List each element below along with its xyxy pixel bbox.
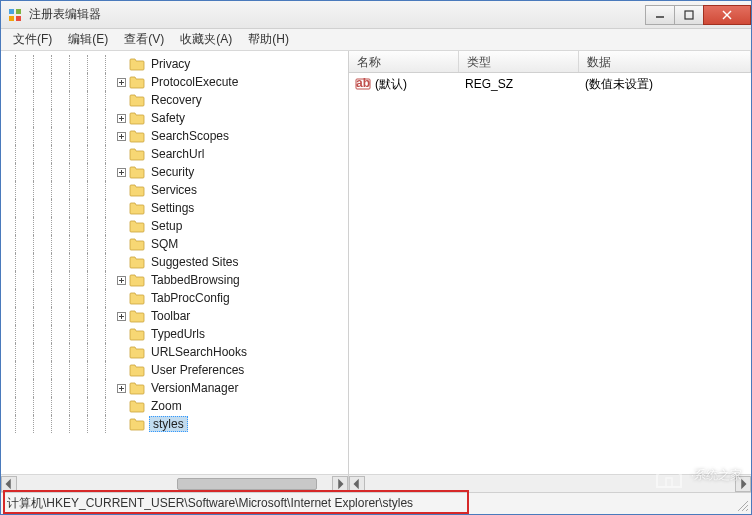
tree-connector [115,184,127,196]
folder-icon [129,237,145,251]
watermark-icon [653,461,685,489]
tree-item[interactable]: User Preferences [1,361,348,379]
svg-marker-34 [741,478,746,489]
tree-item[interactable]: TabProcConfig [1,289,348,307]
folder-icon [129,363,145,377]
tree-item[interactable]: SearchScopes [1,127,348,145]
folder-icon [129,291,145,305]
svg-rect-38 [666,478,672,487]
folder-icon [129,165,145,179]
tree-h-scrollbar[interactable] [1,474,348,492]
tree-connector [115,238,127,250]
folder-icon [129,219,145,233]
scroll-right-button[interactable] [332,476,348,492]
expand-icon[interactable] [115,166,127,178]
expand-icon[interactable] [115,76,127,88]
tree-item[interactable]: Recovery [1,91,348,109]
folder-icon [129,255,145,269]
tree-item-label: Safety [149,111,187,125]
folder-icon [129,201,145,215]
tree-item[interactable]: ProtocolExecute [1,73,348,91]
tree-item-label: Security [149,165,196,179]
tree-item-label: ProtocolExecute [149,75,240,89]
menu-favorites[interactable]: 收藏夹(A) [172,29,240,50]
value-name: (默认) [375,76,465,93]
tree-item-label: Setup [149,219,184,233]
expand-icon[interactable] [115,310,127,322]
tree-item-label: Settings [149,201,196,215]
tree-item[interactable]: TypedUrls [1,325,348,343]
menu-edit[interactable]: 编辑(E) [60,29,116,50]
tree-connector [115,148,127,160]
tree-connector [115,418,127,430]
titlebar[interactable]: 注册表编辑器 [1,1,751,29]
tree-item[interactable]: TabbedBrowsing [1,271,348,289]
resize-grip[interactable] [735,498,749,512]
tree-item-label: Recovery [149,93,204,107]
scroll-track[interactable] [17,476,332,492]
tree-item[interactable]: Services [1,181,348,199]
col-name[interactable]: 名称 [349,51,459,72]
svg-line-37 [746,509,748,511]
tree-connector [115,256,127,268]
tree-item[interactable]: VersionManager [1,379,348,397]
tree-item-label: SearchScopes [149,129,231,143]
content-area: PrivacyProtocolExecuteRecoverySafetySear… [1,51,751,492]
col-data[interactable]: 数据 [579,51,751,72]
values-body[interactable]: ab (默认) REG_SZ (数值未设置) [349,73,751,474]
menubar: 文件(F) 编辑(E) 查看(V) 收藏夹(A) 帮助(H) [1,29,751,51]
tree-item-label: Privacy [149,57,192,71]
tree-item[interactable]: Toolbar [1,307,348,325]
tree-item[interactable]: URLSearchHooks [1,343,348,361]
folder-icon [129,327,145,341]
menu-view[interactable]: 查看(V) [116,29,172,50]
menu-help[interactable]: 帮助(H) [240,29,297,50]
value-type: REG_SZ [465,77,585,91]
expand-icon[interactable] [115,382,127,394]
tree-connector [115,400,127,412]
tree-item[interactable]: Security [1,163,348,181]
tree-connector [115,94,127,106]
values-header: 名称 类型 数据 [349,51,751,73]
maximize-button[interactable] [674,5,704,25]
tree-item[interactable]: Zoom [1,397,348,415]
menu-file[interactable]: 文件(F) [5,29,60,50]
folder-icon [129,111,145,125]
tree-item-label: VersionManager [149,381,240,395]
close-button[interactable] [703,5,751,25]
folder-icon [129,345,145,359]
tree-item-label: TabProcConfig [149,291,232,305]
tree-connector [115,220,127,232]
list-item[interactable]: ab (默认) REG_SZ (数值未设置) [355,75,745,93]
tree-item[interactable]: SQM [1,235,348,253]
folder-icon [129,417,145,431]
values-panel: 名称 类型 数据 ab (默认) REG_SZ (数值未设置) [349,51,751,492]
scroll-thumb[interactable] [177,478,317,490]
svg-rect-3 [16,16,21,21]
folder-icon [129,183,145,197]
folder-icon [129,381,145,395]
tree-item[interactable]: Setup [1,217,348,235]
tree-item[interactable]: styles [1,415,348,433]
tree-connector [115,58,127,70]
scroll-left-button[interactable] [349,476,365,492]
tree-item-label: Suggested Sites [149,255,240,269]
tree-item[interactable]: SearchUrl [1,145,348,163]
tree-item[interactable]: Safety [1,109,348,127]
minimize-button[interactable] [645,5,675,25]
col-type[interactable]: 类型 [459,51,579,72]
registry-editor-window: 注册表编辑器 文件(F) 编辑(E) 查看(V) 收藏夹(A) 帮助(H) Pr… [0,0,752,515]
tree-item[interactable]: Privacy [1,55,348,73]
folder-icon [129,399,145,413]
tree-panel: PrivacyProtocolExecuteRecoverySafetySear… [1,51,349,492]
expand-icon[interactable] [115,274,127,286]
scroll-left-button[interactable] [1,476,17,492]
tree-item[interactable]: Settings [1,199,348,217]
tree-body[interactable]: PrivacyProtocolExecuteRecoverySafetySear… [1,51,348,474]
folder-icon [129,273,145,287]
expand-icon[interactable] [115,130,127,142]
expand-icon[interactable] [115,112,127,124]
tree-item[interactable]: Suggested Sites [1,253,348,271]
watermark-text: ·系统之家 [691,467,742,484]
tree-item-label: URLSearchHooks [149,345,249,359]
